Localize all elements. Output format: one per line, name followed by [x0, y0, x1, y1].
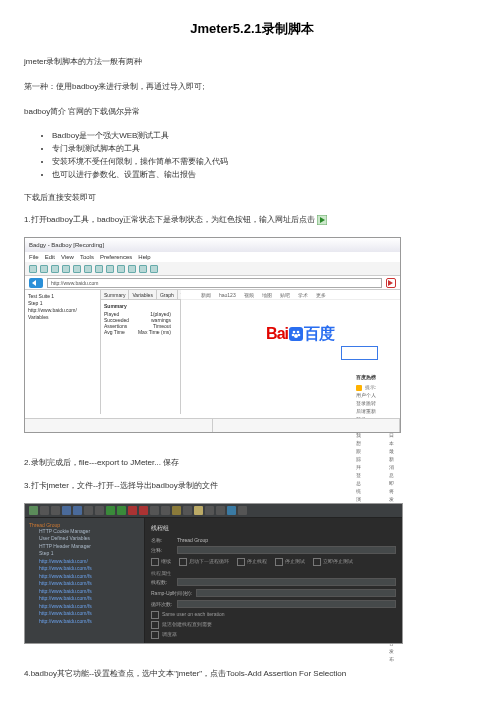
tree-node[interactable]: User Defined Variables: [29, 535, 140, 543]
url-input[interactable]: http://www.baidu.com: [47, 278, 382, 288]
toolbar-icon[interactable]: [95, 265, 103, 273]
menu-item[interactable]: Tools: [80, 254, 94, 260]
toolbar-icon[interactable]: [117, 506, 126, 515]
toolbar-icon[interactable]: [205, 506, 214, 515]
summary-tab[interactable]: Summary: [101, 290, 129, 299]
toolbar-icon[interactable]: [84, 506, 93, 515]
tree-node[interactable]: HTTP Header Manager: [29, 543, 140, 551]
toolbar-icon[interactable]: [73, 506, 82, 515]
toolbar-icon[interactable]: [150, 506, 159, 515]
toolbar-stop-icon[interactable]: [128, 506, 137, 515]
tree-node[interactable]: http://www.baidu.com/: [29, 558, 140, 566]
checkbox-option[interactable]: Same user on each iteration: [151, 611, 396, 619]
loop-input[interactable]: [177, 600, 396, 608]
summary-tab[interactable]: Variables: [129, 290, 156, 299]
menu-item[interactable]: Help: [138, 254, 150, 260]
menu-item[interactable]: Preferences: [100, 254, 132, 260]
page-tab[interactable]: 视频: [244, 292, 254, 298]
toolbar-icon[interactable]: [73, 265, 81, 273]
svg-point-2: [293, 331, 296, 334]
page-tab[interactable]: 更多: [316, 292, 326, 298]
toolbar-icon[interactable]: [29, 265, 37, 273]
comment-input[interactable]: [177, 546, 396, 554]
toolbar-icon[interactable]: [161, 506, 170, 515]
baidu-search-input[interactable]: [341, 346, 378, 360]
radio-option[interactable]: 立即停止测试: [313, 558, 353, 566]
tree-node[interactable]: HTTP Cookie Manager: [29, 528, 140, 536]
summary-tab[interactable]: Graph: [157, 290, 178, 299]
tree-node[interactable]: http://www.baidu.com/fs: [29, 595, 140, 603]
bottom-panel: [25, 418, 400, 432]
tree-node[interactable]: Test Suite 1: [28, 293, 97, 300]
jmeter-tree[interactable]: Thread Group HTTP Cookie Manager User De…: [25, 518, 145, 643]
tree-node[interactable]: Step 1: [29, 550, 140, 558]
checkbox-option[interactable]: 延迟创建线程直到需要: [151, 621, 396, 629]
page-tab[interactable]: hao123: [219, 292, 236, 298]
field-label: 循环次数:: [151, 601, 173, 607]
toolbar-icon[interactable]: [40, 506, 49, 515]
checkbox-option[interactable]: 调度器: [151, 631, 396, 639]
radio-option[interactable]: 停止测试: [275, 558, 305, 566]
tree-node[interactable]: Variables: [28, 314, 97, 321]
hot-list-item[interactable]: 日本最新消息即将发布: [389, 423, 398, 511]
toolbar-icon[interactable]: [183, 506, 192, 515]
field-label: 注释:: [151, 547, 173, 553]
tree-node[interactable]: http://www.baidu.com/fs: [29, 603, 140, 611]
radio-option[interactable]: 继续: [151, 558, 171, 566]
toolbar-icon[interactable]: [172, 506, 181, 515]
menu-item[interactable]: Edit: [45, 254, 55, 260]
menu-item[interactable]: View: [61, 254, 74, 260]
menu-item[interactable]: File: [29, 254, 39, 260]
threads-input[interactable]: [177, 578, 396, 586]
toolbar-icon[interactable]: [40, 265, 48, 273]
toolbar-icon[interactable]: [216, 506, 225, 515]
toolbar-icon[interactable]: [150, 265, 158, 273]
tree-node[interactable]: http://www.baidu.com/: [28, 307, 97, 314]
go-play-icon[interactable]: [386, 278, 396, 288]
badboy-heading: badboy简介 官网的下载偶尔异常: [24, 106, 480, 119]
svg-point-5: [298, 334, 301, 337]
baidu-logo-text: Bai: [266, 325, 288, 343]
page-tab[interactable]: 地图: [262, 292, 272, 298]
hot-list-item[interactable]: 我想跟踪拜登总统演讲: [356, 423, 365, 511]
page-tab[interactable]: 新闻: [201, 292, 211, 298]
toolbar-icon[interactable]: [95, 506, 104, 515]
toolbar-icon[interactable]: [84, 265, 92, 273]
toolbar-icon[interactable]: [238, 506, 247, 515]
toolbar-play-icon[interactable]: [106, 506, 115, 515]
tree-node[interactable]: http://www.baidu.com/fs: [29, 618, 140, 626]
tree-node[interactable]: http://www.baidu.com/fs: [29, 588, 140, 596]
toolbar-icon[interactable]: [117, 265, 125, 273]
field-value[interactable]: Thread Group: [177, 537, 208, 543]
toolbar-icon[interactable]: [62, 265, 70, 273]
toolbar-icon[interactable]: [194, 506, 203, 515]
tree-node[interactable]: http://www.baidu.com/fs: [29, 573, 140, 581]
toolbar-icon[interactable]: [227, 506, 236, 515]
tree-node[interactable]: http://www.baidu.com/fs: [29, 565, 140, 573]
summary-panel: Summary Variables Graph Tools Summary Pl…: [101, 290, 181, 414]
radio-option[interactable]: 启动下一进程循环: [179, 558, 229, 566]
script-tree[interactable]: Test Suite 1 Step 1 http://www.baidu.com…: [25, 290, 101, 414]
toolbar-icon[interactable]: [128, 265, 136, 273]
toolbar-icon[interactable]: [106, 265, 114, 273]
baidu-paw-icon: [289, 327, 303, 341]
svg-point-6: [294, 334, 298, 338]
back-button-icon[interactable]: [29, 278, 43, 288]
toolbar-icon[interactable]: [62, 506, 71, 515]
toolbar-icon[interactable]: [51, 265, 59, 273]
tree-node[interactable]: http://www.baidu.com/fs: [29, 580, 140, 588]
svg-point-3: [297, 331, 300, 334]
svg-point-4: [292, 334, 295, 337]
page-tab[interactable]: 贴吧: [280, 292, 290, 298]
radio-option[interactable]: 停止线程: [237, 558, 267, 566]
toolbar-icon[interactable]: [51, 506, 60, 515]
tree-node[interactable]: Step 1: [28, 300, 97, 307]
toolbar-icon[interactable]: [29, 506, 38, 515]
rampup-input[interactable]: [196, 589, 396, 597]
toolbar-icon[interactable]: [139, 265, 147, 273]
page-tab[interactable]: 学术: [298, 292, 308, 298]
tree-node[interactable]: http://www.baidu.com/fs: [29, 610, 140, 618]
address-bar: http://www.baidu.com: [25, 276, 400, 290]
toolbar-icon[interactable]: [139, 506, 148, 515]
baidu-logo: Bai 百度: [266, 324, 334, 345]
